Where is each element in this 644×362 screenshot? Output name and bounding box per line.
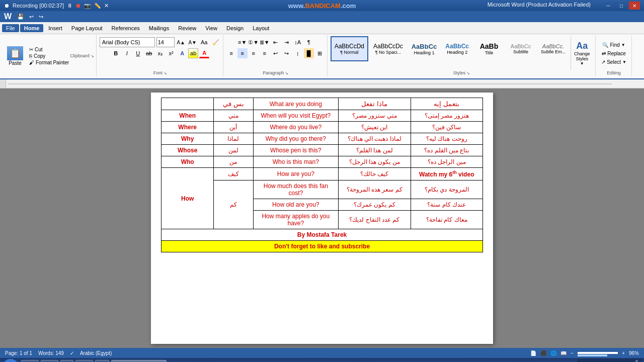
- change-styles-icon: Aa: [576, 41, 588, 51]
- align-right-btn[interactable]: ≡: [249, 48, 259, 58]
- align-left-btn[interactable]: ≡: [226, 48, 236, 58]
- increase-indent-btn[interactable]: ⇥: [282, 37, 292, 47]
- taskbar-explorer[interactable]: 📁: [41, 360, 58, 362]
- borders-btn[interactable]: ⊞: [315, 48, 325, 58]
- style-heading1-btn[interactable]: AaBbCc Heading 1: [408, 36, 441, 61]
- bullets-btn[interactable]: ≡▼: [237, 37, 248, 47]
- shading-btn[interactable]: █: [304, 48, 314, 58]
- text-highlight-btn[interactable]: ab: [188, 48, 198, 58]
- line-spacing-btn[interactable]: ↕: [293, 48, 303, 58]
- start-button[interactable]: ⊞: [2, 359, 19, 362]
- font-color-btn[interactable]: A: [199, 48, 209, 58]
- zoom-in-btn[interactable]: +: [622, 350, 625, 356]
- superscript-btn[interactable]: x²: [166, 48, 176, 58]
- camera-icon[interactable]: 📷: [84, 3, 91, 9]
- menu-view[interactable]: View: [201, 24, 221, 32]
- menu-design[interactable]: Design: [222, 24, 248, 32]
- pause-icon[interactable]: ⏸: [67, 3, 72, 9]
- multilevel-btn[interactable]: ≣▼: [260, 37, 270, 47]
- right-scrollbar-area[interactable]: [637, 88, 644, 348]
- menu-file[interactable]: File: [2, 24, 19, 32]
- cell-arabic-top2: ماذا تفعل: [339, 98, 411, 110]
- justify-btn[interactable]: ≡: [260, 48, 270, 58]
- select-btn[interactable]: ↗ Select ▼: [600, 59, 627, 65]
- scroll-area[interactable]: بس في What are you doing ماذا تفعل بتعمل…: [7, 88, 637, 348]
- taskbar-ie[interactable]: 🌐: [21, 360, 39, 362]
- show-desktop-btn[interactable]: [635, 360, 638, 362]
- decrease-indent-btn[interactable]: ⇤: [271, 37, 281, 47]
- cell-who-arabic3: مين الراجل ده؟: [411, 156, 483, 168]
- view-read-icon[interactable]: 📖: [560, 350, 567, 356]
- italic-btn[interactable]: I: [122, 48, 132, 58]
- style-normal-label: ¶ Normal: [340, 50, 358, 55]
- rtl-btn[interactable]: ↩: [271, 48, 281, 58]
- cut-button[interactable]: ✂ Cut: [28, 46, 70, 53]
- view-fullscreen-icon[interactable]: ⬛: [540, 350, 546, 356]
- zoom-out-btn[interactable]: −: [571, 350, 574, 356]
- format-painter-button[interactable]: 🖌 Format Painter: [28, 59, 70, 66]
- close-button[interactable]: ✕: [629, 2, 640, 10]
- shrink-font-btn[interactable]: A▼: [188, 37, 198, 47]
- redo-quick-btn[interactable]: ↪: [37, 13, 45, 21]
- taskbar-word[interactable]: W Microsoft Word...: [111, 360, 167, 362]
- editing-label: Editing: [599, 70, 629, 75]
- ltr-btn[interactable]: ↪: [282, 48, 292, 58]
- paragraph-label: Paragraph ↘: [226, 70, 325, 75]
- paste-button[interactable]: 📋 Paste: [4, 45, 26, 67]
- clear-format-btn[interactable]: 🧹: [211, 37, 221, 47]
- menu-mailings[interactable]: Mailings: [145, 24, 173, 32]
- align-center-btn[interactable]: ≡: [237, 48, 248, 58]
- save-quick-btn[interactable]: 💾: [16, 13, 26, 21]
- style-heading1-preview: AaBbCc: [412, 43, 437, 50]
- stop-icon[interactable]: ⏹: [75, 3, 81, 9]
- style-subtitle-btn[interactable]: AaBbCc Subtitle: [506, 36, 536, 61]
- sort-btn[interactable]: ↕A: [293, 37, 303, 47]
- undo-quick-btn[interactable]: ↩: [28, 13, 35, 21]
- view-web-icon[interactable]: 🌐: [550, 350, 556, 356]
- menu-home[interactable]: Home: [20, 24, 44, 32]
- taskbar-powerpoint[interactable]: P: [95, 360, 109, 362]
- view-print-icon[interactable]: 📄: [530, 350, 536, 356]
- numbering-btn[interactable]: ①▼: [249, 37, 259, 47]
- find-btn[interactable]: 🔍 Find ▼: [601, 42, 626, 48]
- subscript-btn[interactable]: x₂: [155, 48, 165, 58]
- menu-references[interactable]: References: [108, 24, 144, 32]
- style-title-btn[interactable]: AaBb Title: [474, 36, 504, 61]
- menu-review[interactable]: Review: [174, 24, 200, 32]
- restore-button[interactable]: □: [616, 2, 627, 10]
- show-hide-btn[interactable]: ¶: [304, 37, 314, 47]
- cell-empty2: بس في: [214, 98, 253, 110]
- taskbar-unknown[interactable]: 🔧: [75, 360, 93, 362]
- grow-font-btn[interactable]: A▲: [176, 37, 186, 47]
- replace-btn[interactable]: ⇄ Replace: [601, 50, 627, 57]
- menu-bar: File Home Insert Page Layout References …: [0, 22, 644, 34]
- underline-btn[interactable]: U: [133, 48, 143, 58]
- font-size-input[interactable]: [156, 37, 175, 47]
- taskbar-chrome[interactable]: ●: [60, 360, 73, 362]
- minimize-button[interactable]: ─: [603, 2, 614, 10]
- table-row-footer2: Don't forget to like and subscribe: [162, 241, 483, 252]
- clipboard-expand-icon[interactable]: ↘: [91, 54, 94, 58]
- pencil-icon[interactable]: ✏️: [94, 3, 101, 9]
- style-normal-btn[interactable]: AaBbCcDd ¶ Normal: [331, 36, 368, 61]
- strikethrough-btn[interactable]: ab: [144, 48, 154, 58]
- menu-insert[interactable]: Insert: [44, 24, 66, 32]
- menu-layout[interactable]: Layout: [249, 24, 273, 32]
- text-effects-btn[interactable]: A: [177, 48, 187, 58]
- style-no-spacing-btn[interactable]: AaBbCcDc ¶ No Spaci...: [370, 36, 407, 61]
- clipboard-group: 📋 Paste ✂ Cut ⎘ Copy 🖌 Format Painter: [2, 35, 97, 76]
- style-subtle-em-btn[interactable]: AaBbCc. Subtle Em...: [537, 36, 569, 61]
- bold-btn[interactable]: B: [111, 48, 121, 58]
- style-heading2-btn[interactable]: AaBbCc Heading 2: [442, 36, 472, 61]
- font-name-input[interactable]: [100, 37, 155, 47]
- paragraph-expand-icon[interactable]: ↘: [285, 71, 288, 75]
- copy-button[interactable]: ⎘ Copy: [28, 53, 70, 59]
- close-recording-icon[interactable]: ✕: [104, 3, 109, 9]
- zoom-slider[interactable]: [578, 352, 618, 354]
- font-expand-icon[interactable]: ↘: [164, 71, 167, 75]
- change-styles-btn[interactable]: Aa ChangeStyles ▼: [571, 36, 593, 70]
- cell-why-question: Why did you go there?: [253, 133, 339, 145]
- styles-expand-icon[interactable]: ↘: [466, 71, 470, 75]
- change-case-btn[interactable]: Aa: [199, 37, 209, 47]
- menu-page-layout[interactable]: Page Layout: [67, 24, 107, 32]
